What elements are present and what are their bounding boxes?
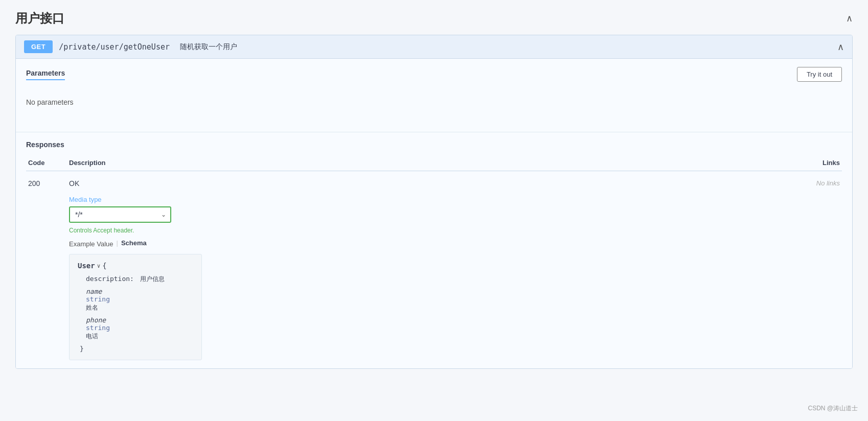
responses-table: Code Description Links 200 OK Media type [26, 155, 842, 368]
responses-section: Responses Code Description Links 200 [16, 132, 852, 368]
try-it-out-button[interactable]: Try it out [797, 67, 842, 82]
table-row: 200 OK Media type */* ⌄ [26, 171, 842, 369]
controls-accept-text: Controls Accept header. [69, 227, 710, 234]
model-name: User [78, 262, 95, 270]
tab-divider: | [116, 239, 118, 249]
parameters-section: Parameters Try it out No parameters [16, 59, 852, 132]
api-body: Parameters Try it out No parameters Resp… [16, 59, 852, 368]
response-description: OK Media type */* ⌄ Controls Accept head… [67, 171, 712, 369]
model-close-brace: } [78, 345, 193, 353]
api-collapse-icon[interactable]: ∧ [837, 41, 844, 53]
example-schema-tabs: Example Value | Schema [69, 239, 710, 249]
schema-field-phone: phone string 电话 [78, 316, 193, 341]
schema-tab[interactable]: Schema [121, 239, 147, 249]
media-type-select[interactable]: */* [69, 206, 171, 223]
example-value-tab[interactable]: Example Value [69, 239, 113, 249]
schema-phone-field: phone [86, 316, 106, 324]
schema-field-name: name string 姓名 [78, 288, 193, 312]
method-badge: GET [24, 40, 53, 53]
schema-box: User ∨ { description: 用户信息 [69, 254, 202, 360]
schema-description-value: 用户信息 [140, 275, 165, 284]
responses-title: Responses [26, 141, 842, 149]
schema-description-label: description: [86, 275, 134, 283]
media-type-label: Media type [69, 196, 710, 203]
response-code: 200 [26, 171, 67, 369]
schema-phone-type: string [86, 324, 110, 332]
col-header-description: Description [67, 155, 712, 171]
col-header-code: Code [26, 155, 67, 171]
schema-name-field: name [86, 288, 102, 295]
api-description: 随机获取一个用户 [180, 42, 237, 52]
col-header-links: Links [712, 155, 842, 171]
schema-model-title: User ∨ { [78, 262, 193, 270]
model-chevron-icon[interactable]: ∨ [97, 263, 101, 269]
api-section: GET /private/user/getOneUser 随机获取一个用户 ∧ … [15, 35, 853, 369]
schema-name-type: string [86, 295, 110, 303]
schema-phone-desc: 电话 [86, 332, 193, 341]
response-links: No links [712, 171, 842, 369]
page-collapse-icon[interactable]: ∧ [846, 13, 853, 24]
api-header[interactable]: GET /private/user/getOneUser 随机获取一个用户 ∧ [16, 35, 852, 59]
model-open-brace: { [102, 262, 106, 270]
parameters-title: Parameters [26, 69, 65, 80]
response-ok-text: OK [69, 179, 710, 188]
no-parameters-text: No parameters [26, 88, 842, 122]
schema-name-desc: 姓名 [86, 303, 193, 312]
api-path: /private/user/getOneUser [59, 42, 170, 52]
page-title: 用户接口 [15, 10, 64, 27]
schema-description-row: description: 用户信息 [78, 275, 193, 284]
responses-table-header: Code Description Links [26, 155, 842, 171]
media-type-select-wrap: */* ⌄ [69, 206, 171, 223]
section-header: Parameters Try it out [26, 67, 842, 82]
api-header-left: GET /private/user/getOneUser 随机获取一个用户 [24, 40, 237, 53]
